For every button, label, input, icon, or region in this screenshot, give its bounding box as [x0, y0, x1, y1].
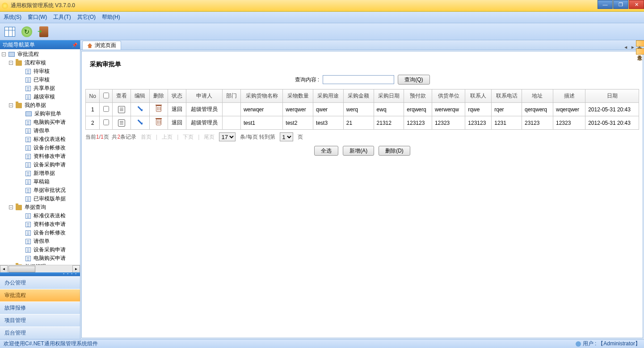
app-icon: [2, 3, 8, 9]
accordion-item[interactable]: 后台管理: [0, 327, 80, 339]
menu-window[interactable]: 窗口(W): [28, 13, 47, 21]
document-icon: [25, 171, 31, 176]
column-header: 日期: [585, 89, 639, 103]
pager-size-select[interactable]: 17: [219, 132, 236, 141]
scroll-thumb[interactable]: [8, 266, 35, 272]
view-icon[interactable]: [118, 119, 125, 127]
pager-next[interactable]: 下页: [183, 133, 194, 141]
tree-item[interactable]: 新增单据: [0, 169, 80, 178]
delete-icon[interactable]: [156, 119, 161, 125]
delete-icon[interactable]: [156, 106, 161, 112]
dock-memo[interactable]: 备忘录: [636, 48, 644, 55]
folder-icon: [16, 264, 22, 265]
tab-prev-icon[interactable]: ◄: [623, 45, 629, 50]
pager-goto-select[interactable]: 1: [280, 132, 293, 141]
tree-item[interactable]: 标准仪表送检: [0, 212, 80, 220]
document-icon: [25, 222, 31, 227]
sidebar: 功能导航菜单 📌 −审批流程−流程审核待审核已审核共享单据越级审核−我的单据采购…: [0, 40, 80, 339]
column-header: 采物数量: [283, 89, 313, 103]
menu-other[interactable]: 其它(O): [77, 13, 96, 21]
document-icon: [25, 69, 31, 74]
column-header: 编辑: [131, 89, 149, 103]
status-user-label: 用户 :: [583, 340, 597, 348]
tree-item[interactable]: 草稿箱: [0, 178, 80, 186]
tree-item[interactable]: 标准仪表送检: [0, 135, 80, 144]
tree-item[interactable]: 资料修改申请: [0, 220, 80, 229]
tree-item[interactable]: 请假单: [0, 237, 80, 246]
tree-item[interactable]: 设备台帐修改: [0, 144, 80, 152]
accordion-item[interactable]: 审批流程: [0, 289, 80, 301]
tree-item[interactable]: 电脑购买申请: [0, 254, 80, 263]
tree-item[interactable]: 资料修改申请: [0, 152, 80, 161]
toolbar-grid-button[interactable]: [4, 25, 16, 38]
edit-icon[interactable]: [137, 119, 143, 125]
tree-item[interactable]: 电脑购买申请: [0, 118, 80, 127]
document-icon: [25, 256, 31, 261]
refresh-icon: ↻: [21, 26, 32, 37]
document-icon: [25, 154, 31, 159]
select-all-button[interactable]: 全选: [314, 146, 338, 156]
search-button[interactable]: 查询(Q): [398, 75, 429, 85]
view-icon[interactable]: [118, 106, 125, 113]
accordion-splitter[interactable]: [0, 272, 80, 276]
column-header: 联系人: [465, 89, 492, 103]
select-all-checkbox[interactable]: [103, 93, 109, 98]
tree-group-g2[interactable]: −我的单据: [0, 101, 80, 110]
column-header: 申请人: [186, 89, 222, 103]
pin-icon[interactable]: 📌: [72, 42, 77, 47]
add-button[interactable]: 新增(A): [343, 146, 374, 156]
menu-help[interactable]: 帮助(H): [102, 13, 120, 21]
pager-last[interactable]: 尾页: [204, 133, 215, 141]
tree-item[interactable]: 已审核: [0, 76, 80, 84]
scroll-left-icon[interactable]: ◄: [0, 265, 8, 273]
menu-bar: 系统(S) 窗口(W) 工具(T) 其它(O) 帮助(H): [0, 12, 644, 23]
close-button[interactable]: ✕: [629, 0, 644, 9]
tree-item[interactable]: 设备采购申请: [0, 246, 80, 254]
column-header: 采购用途: [313, 89, 344, 103]
tree-item[interactable]: 已审模版单据: [0, 195, 80, 203]
document-icon: [25, 247, 31, 253]
tree-item[interactable]: 设备采购申请: [0, 161, 80, 169]
tree-group-g1[interactable]: −流程审核: [0, 59, 80, 67]
tab-strip: 浏览页面 ◄ ► ✕: [80, 40, 644, 50]
accordion-item[interactable]: 办公管理: [0, 276, 80, 289]
sidebar-header: 功能导航菜单 📌: [0, 40, 80, 49]
tree-item[interactable]: 待审核: [0, 67, 80, 76]
dock-im[interactable]: 即时通信: [636, 40, 644, 47]
tree-item[interactable]: 请假单: [0, 127, 80, 135]
book-icon: [8, 52, 15, 57]
tree-item[interactable]: 共享单据: [0, 84, 80, 93]
right-dock: 即时通信 备忘录: [636, 40, 644, 55]
tree-item[interactable]: 采购审批单: [0, 110, 80, 118]
accordion-item[interactable]: 故障报修: [0, 301, 80, 314]
maximize-button[interactable]: ❐: [613, 0, 628, 9]
tree-root[interactable]: −审批流程: [0, 50, 80, 59]
tree-item[interactable]: 单据审批状况: [0, 186, 80, 195]
document-icon: [25, 196, 31, 202]
toolbar-refresh-button[interactable]: ↻: [21, 25, 33, 38]
edit-icon[interactable]: [137, 106, 143, 111]
pager-first[interactable]: 首页: [141, 133, 152, 141]
delete-button[interactable]: 删除(D): [379, 146, 410, 156]
menu-tool[interactable]: 工具(T): [53, 13, 71, 21]
tab-next-icon[interactable]: ►: [630, 45, 636, 50]
column-header: 删除: [149, 89, 168, 103]
accordion-item[interactable]: 项目管理: [0, 314, 80, 327]
document-icon: [25, 188, 31, 193]
nav-tree[interactable]: −审批流程−流程审核待审核已审核共享单据越级审核−我的单据采购审批单电脑购买申请…: [0, 49, 80, 265]
column-header: No: [86, 89, 100, 103]
table-row: 1退回超级管理员werwqerwerqwerqwerwerqewqerqwerq…: [86, 103, 639, 116]
tree-group-g3[interactable]: −单据查询: [0, 203, 80, 212]
row-checkbox[interactable]: [103, 119, 109, 125]
menu-system[interactable]: 系统(S): [4, 13, 21, 21]
toolbar-exit-button[interactable]: [38, 25, 50, 38]
row-checkbox[interactable]: [103, 106, 109, 112]
minimize-button[interactable]: —: [598, 0, 613, 9]
status-bar: 欢迎使用C#.NET通用权限管理系统组件 用户 : 【Administrator…: [0, 339, 644, 348]
search-input[interactable]: [323, 75, 394, 84]
table-row: 2退回超级管理员test1test2test321213121231231232…: [86, 116, 639, 130]
tree-item[interactable]: 越级审核: [0, 93, 80, 101]
tab-browse[interactable]: 浏览页面: [82, 41, 121, 50]
tree-item[interactable]: 设备台帐修改: [0, 229, 80, 237]
pager-prev[interactable]: 上页: [162, 133, 173, 141]
